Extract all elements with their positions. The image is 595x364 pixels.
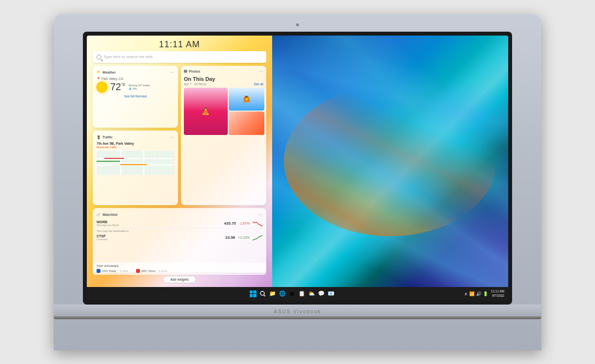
watchlist-header: 📈 Watchlist ··· [97,212,262,217]
photos-date: Apr 7 · 33 Items See all [184,82,263,86]
desktop: 11:11 AM Type here to search the web 📁 [87,36,508,287]
taskbar-right: ∧ 📶 🔊 🔋 11:11 AM 4/7/2022 [464,289,504,298]
stock2-info: CTSP Contoso [97,234,107,241]
widgets-grid: 📁 Weather ··· 📍 Park Valley, CA [93,66,266,272]
screen: 11:11 AM Type here to search the web 📁 [87,36,508,301]
add-widgets-button[interactable]: Add widgets [163,276,196,283]
photos-menu-button[interactable]: ··· [259,69,263,74]
stock2-sparkline [253,234,262,241]
stories-label: TOP STORIES [97,265,262,268]
traffic-widget: 🚦 Traffic ··· 7th Ave 5B, Park Valley Mo… [93,131,178,205]
watchlist-title: 📈 Watchlist [97,212,118,216]
screen-bezel: 11:11 AM Type here to search the web 📁 [83,32,512,305]
story-source-usatoday[interactable]: USA Today · 3 mins [97,269,128,273]
weather-menu-button[interactable]: ··· [170,70,174,75]
stories-sources: USA Today · 3 mins NBC News · 5 mins [97,269,262,273]
pin-icon: 📍 [97,77,100,81]
wifi-icon[interactable]: 📶 [469,291,475,296]
map-preview[interactable] [97,151,174,175]
photos-widget: 🖼 Photos ··· On This Day Apr 7 · 33 Item… [181,66,266,205]
traffic-title: 🚦 Traffic [97,135,113,139]
stories-strip: TOP STORIES USA Today · 3 mins NBC News … [93,263,266,275]
weather-header: 📁 Weather ··· [97,70,174,75]
taskbar-weather-button[interactable]: ⛅ [308,290,316,298]
laptop-brand: ASUS Vivobook [274,309,321,314]
weather-main: 72°F Strong UV today 💧 0% [97,82,174,93]
stock1-sparkline [253,220,262,227]
weather-icon: 📁 [97,70,101,74]
photo-yoga[interactable] [184,88,228,135]
stock2-price-area: 23.98 +2.23% [225,234,262,241]
search-bar[interactable]: Type here to search the web [93,51,266,63]
battery-icon[interactable]: 🔋 [483,291,488,296]
traffic-menu-button[interactable]: ··· [170,134,174,140]
taskbar-teams-button[interactable]: 💬 [317,290,325,298]
stock1-info: WGRB Woodgrove Bank [97,220,119,227]
time-display: 11:11 AM [87,39,272,50]
volume-icon[interactable]: 🔊 [476,291,481,296]
wallpaper [272,36,508,287]
traffic-location: 7th Ave 5B, Park Valley [97,142,174,145]
photos-icon: 🖼 [184,70,187,73]
taskbar-fileexplorer-button[interactable]: 📁 [269,290,277,298]
photos-on-this-day: On This Day [184,76,263,82]
taskbar-edge-button[interactable]: 🌐 [278,290,286,298]
stock1-price-area: 435.75 -1.67% [224,220,262,227]
story-source-nbc[interactable]: NBC News · 5 mins [136,269,167,273]
photos-images [184,88,263,134]
photos-see-all[interactable]: See all [254,82,263,86]
camera-bar [68,20,527,30]
windows-icon [250,290,257,297]
svg-line-1 [264,295,265,296]
weather-forecast-link[interactable]: See full forecast [97,95,174,98]
laptop-hinge [54,316,541,319]
weather-info: Strong UV today 💧 0% [128,84,150,90]
nbc-icon [136,269,140,273]
weather-widget: 📁 Weather ··· 📍 Park Valley, CA [93,66,178,128]
stock-item-wgrb[interactable]: WGRB Woodgrove Bank 435.75 -1.67% [97,219,262,229]
taskbar-notes-button[interactable]: 📋 [298,290,306,298]
photo-stand[interactable] [229,88,264,111]
usatoday-icon [97,269,100,273]
traffic-icon: 🚦 [97,135,101,139]
taskbar-search-button[interactable] [259,290,267,298]
stock-interest-label: You may be interested in [97,229,262,233]
photos-title: 🖼 Photos [184,70,200,73]
taskbar-email-button[interactable]: 📧 [327,290,335,298]
photo-abstract[interactable] [229,112,264,135]
taskbar-widgets-button[interactable]: ▦ [288,290,296,298]
traffic-header: 🚦 Traffic ··· [97,134,174,140]
source2-time: · 5 mins [157,269,167,272]
photos-header: 🖼 Photos ··· [184,69,263,74]
widgets-panel: 11:11 AM Type here to search the web 📁 [87,36,272,287]
taskbar: 📁 🌐 ▦ 📋 ⛅ 💬 📧 ∧ [87,287,508,301]
taskbar-system-icons: ∧ 📶 🔊 🔋 [464,291,488,296]
watchlist-icon: 📈 [97,212,101,216]
traffic-status: Moderate traffic [97,146,174,149]
chevron-icon[interactable]: ∧ [464,291,468,296]
taskbar-center: 📁 🌐 ▦ 📋 ⛅ 💬 📧 [249,290,335,298]
svg-point-0 [260,291,264,295]
taskbar-datetime[interactable]: 11:11 AM 4/7/2022 [491,289,504,298]
source1-time: · 3 mins [118,269,128,272]
weather-location: 📍 Park Valley, CA [97,77,174,81]
laptop-shell: 11:11 AM Type here to search the web 📁 [54,14,541,350]
windows-start-button[interactable] [249,290,257,298]
laptop-bottom-bezel: ASUS Vivobook [54,305,541,319]
search-placeholder: Type here to search the web [103,55,153,59]
search-icon [260,291,266,297]
weather-temp: 72°F [110,81,125,92]
stock-item-ctsp[interactable]: CTSP Contoso 23.98 +2.23% [97,233,262,242]
weather-temp-container: 72°F [110,82,125,92]
search-icon [97,55,101,59]
weather-title: 📁 Weather [97,70,116,74]
watchlist-menu-button[interactable]: ··· [258,212,262,217]
sun-icon [97,82,107,93]
camera-dot [296,23,299,26]
